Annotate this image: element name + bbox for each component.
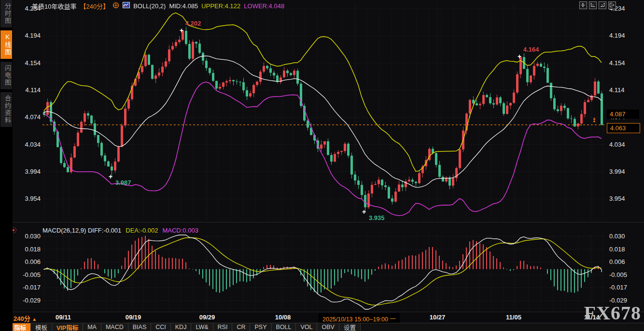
x-axis-date-label: 09/11 xyxy=(56,314,71,321)
macd-y-tick-left: 0.006 xyxy=(14,258,41,265)
main-y-tick-left: 4.114 xyxy=(14,86,41,94)
x-axis-date-label: 10/27 xyxy=(430,314,446,321)
axis-zoom-right-icon[interactable] xyxy=(599,1,606,9)
toolbar-button-OBV[interactable]: OBV xyxy=(317,323,339,331)
main-y-tick-right: 4.194 xyxy=(609,32,636,39)
toolbar-button-BIAS[interactable]: BIAS xyxy=(128,323,152,331)
boll-upper-value: UPPER:4.122 xyxy=(201,2,240,10)
main-y-tick-right: 4.114 xyxy=(609,86,636,94)
macd-y-tick-left: 0.018 xyxy=(14,246,41,253)
main-y-tick-left: 4.194 xyxy=(14,32,41,39)
extreme-cross-marker: + xyxy=(362,208,366,215)
indicator-toolbar: 指标模板VIP指标MAMACDBIASCCIKDJLW&RSICRPSYBOLL… xyxy=(0,323,644,331)
macd-y-tick-right: -0.017 xyxy=(609,284,636,291)
extreme-price-label: 4.164 xyxy=(523,46,539,53)
window-tool-icons xyxy=(579,1,616,9)
mini-chart-icon[interactable] xyxy=(123,2,130,10)
axis-zoom-left-icon[interactable] xyxy=(589,1,597,9)
toolbar-button-BOLL[interactable]: BOLL xyxy=(272,323,296,331)
sidebar-tab-2[interactable]: 闪电图 xyxy=(0,62,12,89)
toolbar-button-MACD[interactable]: MACD xyxy=(101,323,128,331)
watermark: FX678 xyxy=(584,302,641,324)
main-y-tick-right: 3.954 xyxy=(609,195,636,202)
main-y-tick-right: 4.034 xyxy=(609,141,636,148)
toolbar-button-指标[interactable]: 指标 xyxy=(10,323,31,331)
toolbar-button-设置[interactable]: 设置 xyxy=(339,323,361,331)
toolbar-button-KDJ[interactable]: KDJ xyxy=(171,323,192,331)
period-dropdown[interactable]: 240分 ▲ xyxy=(14,314,37,323)
extreme-cross-marker: + xyxy=(109,173,112,180)
boll-mid-value: MID:4.085 xyxy=(169,2,198,10)
toolbar-button-PSY[interactable]: PSY xyxy=(250,323,271,331)
crosshair-circle-icon[interactable] xyxy=(112,2,119,10)
x-axis-date-label: 09/29 xyxy=(199,314,215,321)
main-y-tick-left: 4.074 xyxy=(14,113,41,121)
extreme-cross-marker: + xyxy=(518,53,521,60)
toolbar-button-LW&[interactable]: LW& xyxy=(191,323,213,331)
main-y-tick-right: 3.994 xyxy=(609,168,636,175)
macd-header: MACD(26,12,9) DIFF:-0.001 DEA:-0.002 MAC… xyxy=(42,227,198,234)
macd-y-tick-left: 0.030 xyxy=(14,233,41,240)
top-indicator-bar: 美债10年收益率 【240分】 BOLL(20,2) MID:4.085 UPP… xyxy=(32,1,284,10)
macd-value-label: MACD:0.003 xyxy=(162,227,198,234)
main-y-tick-right: 4.154 xyxy=(609,59,636,67)
macd-y-tick-left: -0.017 xyxy=(14,284,41,291)
macd-y-tick-right: -0.005 xyxy=(609,271,636,278)
toolbar-button-RSI[interactable]: RSI xyxy=(213,323,233,331)
panel-divider xyxy=(13,222,644,222)
main-y-tick-left: 3.994 xyxy=(14,168,41,175)
main-chart-canvas[interactable] xyxy=(42,4,605,222)
x-axis-date-label: 11/05 xyxy=(506,314,521,321)
left-sidebar: 分时图K线图闪电图合约资料 xyxy=(0,0,13,331)
macd-y-tick-left: -0.005 xyxy=(14,271,41,278)
pan-crosshair-icon[interactable] xyxy=(579,1,587,9)
symbol-title: 美债10年收益率 xyxy=(32,1,76,11)
toolbar-button-VIP指标[interactable]: VIP指标 xyxy=(52,323,83,331)
price-tag-last: 4.063 xyxy=(607,123,640,133)
x-axis-date-label: 10/08 xyxy=(275,314,291,321)
main-y-tick-left: 3.954 xyxy=(14,195,41,202)
macd-diff-label: MACD(26,12,9) DIFF:-0.001 xyxy=(42,227,121,234)
price-tag-previous: 4.087 xyxy=(607,110,639,119)
macd-y-tick-left: -0.029 xyxy=(14,297,41,304)
macd-y-tick-right: 0.006 xyxy=(609,258,636,265)
boll-indicator-label: BOLL(20,2) xyxy=(133,2,166,10)
macd-y-tick-right: 0.018 xyxy=(609,246,636,253)
x-axis-date-label: 09/19 xyxy=(126,314,141,321)
main-y-tick-left: 4.154 xyxy=(14,59,41,67)
extreme-price-label: 3.935 xyxy=(369,214,385,221)
last-price-marker-icon: ▲▲ xyxy=(592,117,596,122)
macd-chart-canvas[interactable] xyxy=(42,234,605,311)
sidebar-tab-1[interactable]: K线图 xyxy=(0,30,12,59)
boll-lower-value: LOWER:4.048 xyxy=(244,2,284,10)
extreme-price-label: 4.202 xyxy=(185,20,201,27)
extreme-cross-marker: + xyxy=(180,27,183,34)
toolbar-button-CR[interactable]: CR xyxy=(232,323,250,331)
macd-dea-label: DEA:-0.002 xyxy=(126,227,158,234)
sidebar-tab-3[interactable]: 合约资料 xyxy=(0,92,12,127)
period-tag: 【240分】 xyxy=(80,1,109,11)
toolbar-button-CCI[interactable]: CCI xyxy=(151,323,171,331)
chart-app-window: 分时图K线图闪电图合约资料 美债10年收益率 【240分】 BOLL(20,2)… xyxy=(0,0,644,331)
toolbar-button-模板[interactable]: 模板 xyxy=(31,323,52,331)
pane-export-icon[interactable] xyxy=(608,1,616,9)
macd-y-tick-right: 0.030 xyxy=(609,233,636,240)
toolbar-button-VOL[interactable]: VOL xyxy=(296,323,317,331)
dropdown-arrow-icon: ▲ xyxy=(32,317,37,322)
extreme-price-label: 3.987 xyxy=(115,179,131,186)
sidebar-tab-0[interactable]: 分时图 xyxy=(0,0,12,28)
main-y-tick-left: 4.034 xyxy=(14,141,41,148)
toolbar-button-MA[interactable]: MA xyxy=(83,323,101,331)
